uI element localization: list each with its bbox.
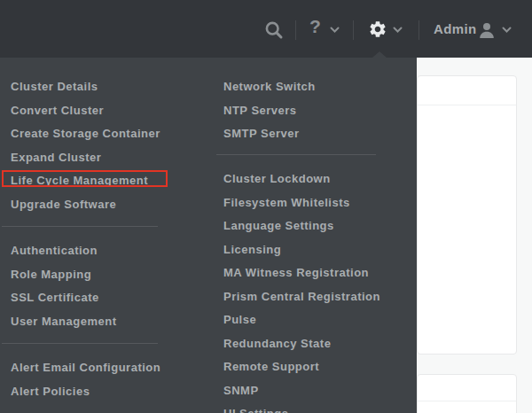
menu-item-create-storage-container[interactable]: Create Storage Container (0, 122, 213, 146)
chevron-down-icon[interactable] (393, 27, 403, 34)
menu-item-ui-settings[interactable]: UI Settings (213, 402, 417, 413)
user-icon[interactable] (477, 20, 497, 40)
menu-item-expand-cluster[interactable]: Expand Cluster (0, 146, 213, 170)
menu-item-ma-witness-registration[interactable]: MA Witness Registration (213, 261, 417, 285)
menu-item-cluster-details[interactable]: Cluster Details (0, 75, 213, 99)
content-card (417, 75, 517, 355)
content-card (417, 374, 517, 413)
menu-item-redundancy-state[interactable]: Redundancy State (213, 332, 417, 356)
menu-item-ntp-servers[interactable]: NTP Servers (213, 99, 417, 123)
chevron-down-icon[interactable] (502, 27, 512, 34)
divider (419, 20, 419, 40)
menu-item-authentication[interactable]: Authentication (0, 239, 213, 263)
gear-icon[interactable] (368, 19, 387, 39)
admin-menu-label[interactable]: Admin (434, 21, 477, 36)
menu-item-filesystem-whitelists[interactable]: Filesystem Whitelists (213, 191, 417, 215)
menu-item-upgrade-software[interactable]: Upgrade Software (0, 193, 213, 217)
menu-item-label: Life Cycle Management (11, 174, 148, 187)
menu-item-role-mapping[interactable]: Role Mapping (0, 263, 213, 287)
menu-item-smtp-server[interactable]: SMTP Server (213, 122, 417, 146)
menu-item-prism-central-registration[interactable]: Prism Central Registration (213, 285, 417, 309)
menu-divider (2, 343, 158, 344)
menu-column-right: Network Switch NTP Servers SMTP Server C… (213, 58, 417, 413)
divider (295, 20, 296, 40)
menu-item-pulse[interactable]: Pulse (213, 308, 417, 332)
menu-item-life-cycle-management[interactable]: Life Cycle Management (0, 169, 213, 193)
menu-item-ssl-certificate[interactable]: SSL Certificate (0, 286, 213, 310)
menu-caret (372, 51, 387, 58)
search-icon[interactable] (264, 20, 284, 40)
content-card-header (418, 76, 516, 105)
menu-item-convert-cluster[interactable]: Convert Cluster (0, 99, 213, 123)
top-navigation-bar: ? Admin (0, 0, 532, 58)
menu-item-cluster-lockdown[interactable]: Cluster Lockdown (213, 168, 417, 191)
menu-item-licensing[interactable]: Licensing (213, 238, 417, 262)
menu-item-user-management[interactable]: User Management (0, 310, 213, 334)
divider (353, 20, 354, 40)
menu-item-snmp[interactable]: SNMP (213, 379, 417, 403)
settings-dropdown-menu: Cluster Details Convert Cluster Create S… (0, 58, 417, 413)
chevron-down-icon[interactable] (330, 27, 340, 34)
content-card-header (418, 375, 516, 401)
help-icon[interactable]: ? (309, 16, 321, 37)
menu-divider (2, 226, 158, 227)
menu-column-left: Cluster Details Convert Cluster Create S… (0, 58, 213, 403)
menu-item-remote-support[interactable]: Remote Support (213, 355, 417, 379)
menu-item-language-settings[interactable]: Language Settings (213, 214, 417, 238)
menu-item-alert-email-configuration[interactable]: Alert Email Configuration (0, 356, 213, 380)
menu-item-alert-policies[interactable]: Alert Policies (0, 380, 213, 404)
menu-item-network-switch[interactable]: Network Switch (213, 75, 417, 99)
menu-divider (216, 154, 376, 155)
